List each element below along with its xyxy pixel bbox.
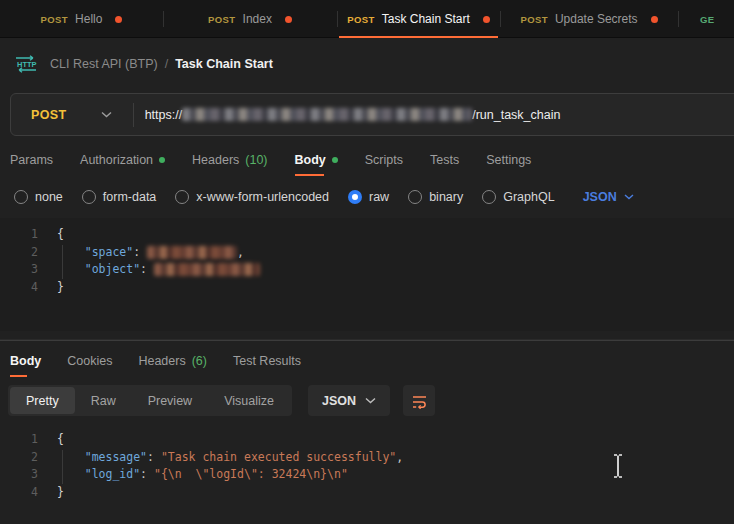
view-segmented-control: Pretty Raw Preview Visualize xyxy=(8,385,292,416)
radio-icon xyxy=(14,190,28,204)
radio-selected-icon xyxy=(348,190,362,204)
chevron-down-icon xyxy=(365,397,376,404)
tab-label: Scripts xyxy=(365,153,403,167)
response-section-tabs: Body Cookies Headers(6) Test Results xyxy=(0,343,734,378)
divider xyxy=(133,103,134,127)
code-token: , xyxy=(396,450,403,464)
tab-params[interactable]: Params xyxy=(10,141,53,178)
code-line: 2 "space": , xyxy=(0,244,734,262)
tab-label: Cookies xyxy=(67,354,112,368)
radio-raw[interactable]: raw xyxy=(348,190,389,204)
response-language-dropdown[interactable]: JSON xyxy=(308,385,390,416)
tab-label: Task Chain Start xyxy=(382,12,470,26)
url-suffix: /run_task_chain xyxy=(472,108,560,122)
code-token: "log_id" xyxy=(85,467,140,481)
radio-none[interactable]: none xyxy=(14,190,63,204)
radio-icon xyxy=(408,190,422,204)
url-input[interactable]: https:///run_task_chain xyxy=(145,108,561,122)
svg-text:HTTP: HTTP xyxy=(17,60,37,69)
wrap-lines-button[interactable] xyxy=(403,385,435,416)
radio-label: GraphQL xyxy=(503,190,554,204)
tab-body[interactable]: Body xyxy=(295,141,338,178)
line-number: 2 xyxy=(0,244,38,262)
tab-label: Hello xyxy=(75,12,102,26)
breadcrumb-collection[interactable]: CLI Rest API (BTP) xyxy=(50,57,158,71)
code-content: { xyxy=(57,226,64,244)
tab-label: Headers xyxy=(192,153,239,167)
code-content: "log_id": "{\n \"logId\": 32424\n}\n" xyxy=(57,466,348,484)
tab-update-secrets[interactable]: POST Update Secrets xyxy=(500,0,678,38)
radio-form-data[interactable]: form-data xyxy=(82,190,157,204)
tab-response-headers[interactable]: Headers(6) xyxy=(138,342,207,379)
tab-response-cookies[interactable]: Cookies xyxy=(67,342,112,379)
tab-settings[interactable]: Settings xyxy=(486,141,531,178)
tab-label: Update Secrets xyxy=(555,12,638,26)
view-visualize[interactable]: Visualize xyxy=(208,387,290,414)
response-view-toolbar: Pretty Raw Preview Visualize JSON xyxy=(8,385,734,416)
request-body-editor[interactable]: 1{2 "space": ,3 "object": 4} xyxy=(0,218,734,331)
code-content: "space": , xyxy=(57,244,244,262)
tab-headers[interactable]: Headers(10) xyxy=(192,141,267,178)
raw-language-dropdown[interactable]: JSON xyxy=(583,190,634,204)
wrap-lines-icon xyxy=(411,393,428,409)
tab-label: Settings xyxy=(486,153,531,167)
section-divider[interactable] xyxy=(0,339,734,341)
tab-test-results[interactable]: Test Results xyxy=(233,342,301,379)
radio-label: x-www-form-urlencoded xyxy=(196,190,329,204)
chevron-down-icon[interactable] xyxy=(101,111,112,118)
tab-label: Body xyxy=(295,153,326,167)
radio-label: form-data xyxy=(103,190,157,204)
line-number: 1 xyxy=(0,431,38,449)
body-mode-selector: none form-data x-www-form-urlencoded raw… xyxy=(0,180,734,213)
tab-label: Tests xyxy=(430,153,459,167)
http-request-icon: HTTP xyxy=(14,55,38,73)
tab-label: Authorization xyxy=(80,153,153,167)
tab-partial-get[interactable]: GE xyxy=(678,0,734,38)
radio-icon xyxy=(175,190,189,204)
breadcrumb: HTTP CLI Rest API (BTP) / Task Chain Sta… xyxy=(0,39,734,89)
view-preview[interactable]: Preview xyxy=(132,387,208,414)
code-line: 1{ xyxy=(0,431,734,449)
url-prefix: https:// xyxy=(145,108,183,122)
unsaved-dot xyxy=(115,16,122,23)
method-selector-value[interactable]: POST xyxy=(31,108,67,122)
tab-label: Body xyxy=(10,354,41,368)
code-token: "message" xyxy=(85,450,147,464)
line-number: 4 xyxy=(0,484,38,502)
code-token: : xyxy=(147,450,161,464)
tab-method-badge: GE xyxy=(700,14,715,25)
tab-label: Params xyxy=(10,153,53,167)
code-content: } xyxy=(57,484,64,502)
radio-icon xyxy=(82,190,96,204)
code-token: "object" xyxy=(85,262,140,276)
radio-binary[interactable]: binary xyxy=(408,190,463,204)
radio-x-www-form-urlencoded[interactable]: x-www-form-urlencoded xyxy=(175,190,329,204)
tab-scripts[interactable]: Scripts xyxy=(365,141,403,178)
tab-label: Headers xyxy=(138,354,185,368)
tab-tests[interactable]: Tests xyxy=(430,141,459,178)
tab-label: Test Results xyxy=(233,354,301,368)
line-number: 3 xyxy=(0,466,38,484)
redacted-blur xyxy=(147,246,237,259)
radio-graphql[interactable]: GraphQL xyxy=(482,190,554,204)
radio-label: binary xyxy=(429,190,463,204)
tab-response-body[interactable]: Body xyxy=(10,342,41,379)
text-cursor-ibeam xyxy=(610,453,626,483)
code-token: : xyxy=(133,245,147,259)
language-label: JSON xyxy=(583,190,617,204)
code-content: } xyxy=(57,279,64,297)
tab-index[interactable]: POST Index xyxy=(163,0,337,38)
line-number: 1 xyxy=(0,226,38,244)
view-pretty[interactable]: Pretty xyxy=(10,387,75,414)
tab-method-badge: POST xyxy=(41,14,68,25)
tab-hello[interactable]: POST Hello xyxy=(0,0,163,38)
radio-label: raw xyxy=(369,190,389,204)
code-line: 1{ xyxy=(0,226,734,244)
response-headers-count: (6) xyxy=(192,354,207,368)
indent-guide xyxy=(62,450,63,484)
tab-authorization[interactable]: Authorization xyxy=(80,141,165,178)
request-tab-bar: POST Hello POST Index POST Task Chain St… xyxy=(0,0,734,38)
view-raw[interactable]: Raw xyxy=(75,387,132,414)
tab-task-chain-start[interactable]: POST Task Chain Start xyxy=(337,0,500,38)
headers-count: (10) xyxy=(245,153,267,167)
